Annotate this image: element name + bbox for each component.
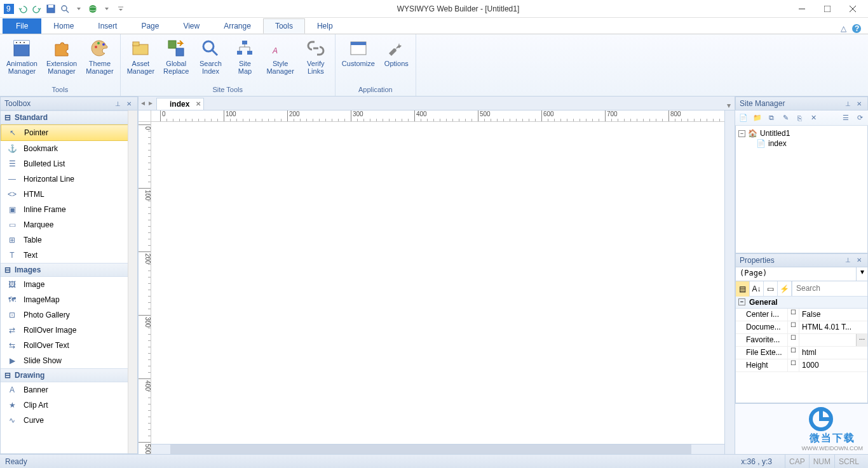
tab-file[interactable]: File bbox=[3, 18, 41, 34]
copy-icon[interactable]: ⎘ bbox=[794, 112, 805, 124]
collapse-icon[interactable]: ⊟ bbox=[4, 265, 11, 274]
property-value[interactable]: HTML 4.01 T... bbox=[799, 321, 867, 333]
property-checkbox[interactable]: ☐ bbox=[788, 334, 799, 346]
tab-insert[interactable]: Insert bbox=[86, 18, 129, 34]
toolbox-item[interactable]: ▭Marquee bbox=[1, 217, 137, 232]
close-icon[interactable]: ✕ bbox=[125, 99, 133, 108]
property-value[interactable]: False bbox=[799, 309, 867, 321]
collapse-icon[interactable]: ⊟ bbox=[4, 113, 11, 122]
toolbox-item[interactable]: ⇆RollOver Text bbox=[1, 338, 137, 353]
publish-button[interactable] bbox=[86, 3, 99, 15]
toolbox-category[interactable]: ⊟Images bbox=[1, 263, 137, 277]
design-canvas[interactable] bbox=[151, 122, 724, 444]
categorized-icon[interactable]: ▤ bbox=[736, 281, 750, 297]
undo-button[interactable] bbox=[17, 3, 29, 15]
pin-icon[interactable]: ⊥ bbox=[113, 99, 122, 108]
close-icon[interactable]: ✕ bbox=[855, 256, 864, 265]
delete-icon[interactable]: ✕ bbox=[808, 112, 819, 124]
toolbox-category[interactable]: ⊟Drawing bbox=[1, 368, 137, 382]
ellipsis-button[interactable]: … bbox=[856, 334, 867, 346]
tab-help[interactable]: Help bbox=[305, 18, 345, 34]
collapse-icon[interactable]: − bbox=[738, 298, 745, 305]
property-checkbox[interactable]: ☐ bbox=[788, 347, 799, 359]
toolbox-item[interactable]: ↖Pointer bbox=[1, 124, 137, 141]
site-map-button[interactable]: SiteMap bbox=[229, 36, 260, 84]
verify-links-button[interactable]: VerifyLinks bbox=[301, 36, 331, 84]
toolbox-item[interactable]: ⚓Bookmark bbox=[1, 141, 137, 156]
save-button[interactable] bbox=[44, 3, 57, 15]
horizontal-scrollbar[interactable] bbox=[151, 444, 724, 454]
property-checkbox[interactable]: ☐ bbox=[788, 321, 799, 333]
preview-button[interactable] bbox=[58, 3, 71, 15]
property-row[interactable]: Center i...☐False bbox=[736, 309, 867, 321]
property-row[interactable]: Height☐1000 bbox=[736, 359, 867, 372]
toolbox-item[interactable]: ▣Inline Frame bbox=[1, 202, 137, 217]
property-search-input[interactable] bbox=[792, 281, 868, 296]
property-value[interactable]: html bbox=[799, 347, 867, 359]
new-page-icon[interactable]: 📄 bbox=[738, 112, 749, 124]
collapse-icon[interactable]: ⊟ bbox=[4, 371, 11, 380]
toolbox-item[interactable]: ☰Bulleted List bbox=[1, 156, 137, 171]
pin-icon[interactable]: ⊥ bbox=[843, 99, 852, 108]
tab-view[interactable]: View bbox=[171, 18, 212, 34]
minimize-button[interactable] bbox=[789, 0, 815, 18]
close-icon[interactable]: ✕ bbox=[855, 99, 864, 108]
collapse-icon[interactable]: − bbox=[738, 130, 745, 137]
pages-icon[interactable]: ▭ bbox=[764, 281, 778, 297]
property-row[interactable]: Docume...☐HTML 4.01 T... bbox=[736, 321, 867, 334]
property-checkbox[interactable]: ☐ bbox=[788, 359, 799, 371]
tab-tools[interactable]: Tools bbox=[263, 18, 305, 34]
properties-icon[interactable]: ☰ bbox=[840, 112, 851, 124]
property-row[interactable]: Favorite...☐… bbox=[736, 334, 867, 347]
animation-manager-button[interactable]: AnimationManager bbox=[4, 36, 40, 84]
vertical-scrollbar[interactable] bbox=[724, 110, 735, 454]
ribbon-collapse-icon[interactable]: △ bbox=[841, 24, 846, 33]
tab-page[interactable]: Page bbox=[129, 18, 171, 34]
maximize-button[interactable] bbox=[815, 0, 840, 18]
preview-drop-icon[interactable] bbox=[72, 3, 85, 15]
theme-manager-button[interactable]: ThemeManager bbox=[83, 36, 116, 84]
edit-icon[interactable]: ✎ bbox=[780, 112, 791, 124]
tab-list-icon[interactable]: ▾ bbox=[723, 101, 735, 110]
tab-home[interactable]: Home bbox=[41, 18, 86, 34]
new-folder-icon[interactable]: 📁 bbox=[752, 112, 763, 124]
publish-drop-icon[interactable] bbox=[100, 3, 113, 15]
pin-icon[interactable]: ⊥ bbox=[843, 256, 852, 265]
help-icon[interactable]: ? bbox=[851, 23, 862, 34]
property-object-selector[interactable]: (Page) ▾ bbox=[735, 267, 868, 281]
asset-manager-button[interactable]: AssetManager bbox=[125, 36, 157, 84]
toolbox-item[interactable]: TText bbox=[1, 248, 137, 263]
toolbox-item[interactable]: —Horizontal Line bbox=[1, 171, 137, 187]
toolbox-item[interactable]: ∿Curve bbox=[1, 413, 137, 428]
toolbox-item[interactable]: 🗺ImageMap bbox=[1, 292, 137, 307]
tab-nav-right-icon[interactable]: ▸ bbox=[149, 98, 153, 107]
property-row[interactable]: File Exte...☐html bbox=[736, 347, 867, 359]
search-index-button[interactable]: SearchIndex bbox=[195, 36, 226, 84]
toolbox-item[interactable]: ⇄RollOver Image bbox=[1, 323, 137, 338]
toolbox-category[interactable]: ⊟Standard bbox=[1, 110, 137, 124]
property-checkbox[interactable]: ☐ bbox=[788, 309, 799, 321]
alphabetical-icon[interactable]: A↓ bbox=[750, 281, 764, 297]
toolbox-item[interactable]: 🖼Image bbox=[1, 277, 137, 292]
qat-customize-icon[interactable] bbox=[114, 3, 127, 15]
property-category[interactable]: − General bbox=[736, 297, 867, 309]
document-tab-index[interactable]: index ✕ bbox=[156, 98, 204, 110]
close-button[interactable] bbox=[840, 0, 865, 18]
toolbox-scrollbar[interactable] bbox=[128, 110, 137, 453]
toolbox-item[interactable]: ⊞Table bbox=[1, 232, 137, 248]
options-button[interactable]: Options bbox=[381, 36, 412, 84]
property-value[interactable] bbox=[799, 334, 856, 346]
chevron-down-icon[interactable]: ▾ bbox=[856, 267, 867, 281]
tab-nav-left-icon[interactable]: ◂ bbox=[141, 98, 145, 107]
tab-arrange[interactable]: Arrange bbox=[212, 18, 263, 34]
toolbox-item[interactable]: ⊡Photo Gallery bbox=[1, 307, 137, 323]
property-value[interactable]: 1000 bbox=[799, 359, 867, 371]
tree-page[interactable]: 📄 index bbox=[756, 138, 865, 149]
extension-manager-button[interactable]: ExtensionManager bbox=[44, 36, 79, 84]
toolbox-item[interactable]: ABanner bbox=[1, 382, 137, 398]
document-tab-close-icon[interactable]: ✕ bbox=[196, 100, 201, 107]
refresh-icon[interactable]: ⟳ bbox=[854, 112, 865, 124]
redo-button[interactable] bbox=[31, 3, 43, 15]
tree-root[interactable]: − 🏠 Untitled1 bbox=[738, 128, 865, 138]
events-icon[interactable]: ⚡ bbox=[778, 281, 792, 297]
